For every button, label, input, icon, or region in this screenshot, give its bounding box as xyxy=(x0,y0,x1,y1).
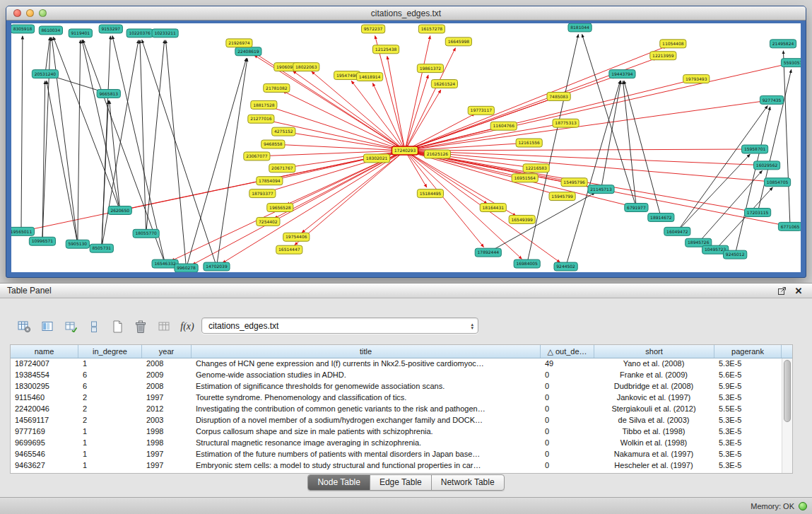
graph-node[interactable]: 19443794 xyxy=(609,70,635,78)
table-row[interactable]: 977716911998Corpus callosum shape and si… xyxy=(11,426,792,438)
graph-node[interactable]: 16029562 xyxy=(754,161,780,170)
graph-node[interactable]: 15184495 xyxy=(417,189,443,198)
graph-node[interactable]: 16157278 xyxy=(418,25,445,33)
table-mode-button[interactable] xyxy=(16,318,33,335)
graph-node[interactable]: 17892444 xyxy=(475,248,501,257)
graph-node[interactable]: 7485083 xyxy=(547,92,570,100)
graph-node[interactable]: 7254402 xyxy=(257,217,280,226)
graph-node[interactable]: 8305918 xyxy=(11,25,35,33)
row-height-button[interactable] xyxy=(86,318,102,335)
table-row[interactable]: 1872400712008Changes of HCN gene express… xyxy=(11,358,792,370)
table-row[interactable]: 1456911722003Disruption of a novel membe… xyxy=(11,415,792,426)
minimize-window-button[interactable] xyxy=(26,9,34,17)
graph-node[interactable]: 5905130 xyxy=(66,240,89,248)
float-panel-button[interactable] xyxy=(775,285,788,296)
graph-node[interactable]: 21145713 xyxy=(588,185,614,194)
window-titlebar[interactable]: citations_edges.txt xyxy=(6,6,806,21)
graph-node[interactable]: 12125438 xyxy=(372,45,399,54)
graph-node[interactable]: 8505731 xyxy=(90,244,113,252)
network-canvas[interactable]: 8305918861003491194019153297102203761023… xyxy=(11,23,801,272)
table-row[interactable]: 946554611997Estimation of the future num… xyxy=(11,449,792,460)
graph-node[interactable]: 15495796 xyxy=(561,178,587,187)
graph-node[interactable]: 10854705 xyxy=(764,178,790,187)
delete-table-button[interactable] xyxy=(132,318,149,335)
graph-node[interactable]: 16049472 xyxy=(664,227,690,235)
graph-node[interactable]: 14618914 xyxy=(357,73,383,81)
graph-node[interactable]: 14702039 xyxy=(204,262,230,271)
column-header-title[interactable]: title xyxy=(192,345,541,358)
graph-node[interactable]: 2620650 xyxy=(108,206,131,215)
create-table-button[interactable] xyxy=(109,318,126,335)
graph-node[interactable]: 18164431 xyxy=(480,204,506,212)
column-header-short[interactable]: short xyxy=(594,345,714,358)
graph-node[interactable]: 18022063 xyxy=(293,63,319,71)
column-header-in_degree[interactable]: in_degree xyxy=(78,345,142,358)
graph-node[interactable]: 9153297 xyxy=(99,25,122,33)
graph-node[interactable]: 16984005 xyxy=(514,259,540,268)
graph-node[interactable]: 18302021 xyxy=(364,154,390,163)
graph-node[interactable]: 19656528 xyxy=(267,204,293,212)
graph-node[interactable]: 5593057 xyxy=(781,59,801,67)
graph-node[interactable]: 11604766 xyxy=(490,122,517,130)
graph-node[interactable]: 18775313 xyxy=(553,119,579,127)
graph-node[interactable]: 19861372 xyxy=(417,64,443,73)
table-row[interactable]: 946362711997Embryonic stem cells: a mode… xyxy=(11,460,792,472)
zoom-window-button[interactable] xyxy=(39,9,47,17)
graph-node[interactable]: 19793493 xyxy=(683,75,710,83)
graph-node[interactable]: 10996571 xyxy=(29,237,55,245)
graph-node[interactable]: 9277435 xyxy=(760,95,783,104)
graph-node[interactable]: 15958701 xyxy=(742,145,768,153)
show-columns-button[interactable] xyxy=(39,318,56,335)
graph-node[interactable]: 20531240 xyxy=(32,70,58,78)
table-row[interactable]: 911546021997Tourette syndrome. Phenomeno… xyxy=(11,392,792,404)
graph-node[interactable]: 9244502 xyxy=(554,262,577,271)
graph-node[interactable]: 21277016 xyxy=(248,115,274,123)
function-builder-button[interactable]: f(x) xyxy=(179,318,196,335)
graph-node[interactable]: 17203115 xyxy=(745,209,771,217)
graph-node[interactable]: 9572237 xyxy=(361,25,384,33)
column-header-out_degree[interactable]: △ out_de… xyxy=(541,345,594,358)
graph-node[interactable]: 9119401 xyxy=(69,29,92,37)
graph-node[interactable]: 10220376 xyxy=(126,29,153,37)
graph-node[interactable]: 9960278 xyxy=(175,264,198,272)
graph-node[interactable]: 8610034 xyxy=(39,26,62,35)
tab-network-table[interactable]: Network Table xyxy=(432,475,504,490)
table-row[interactable]: 969969511998Structural magnetic resonanc… xyxy=(11,438,792,449)
table-row[interactable]: 1938455462009Genome-wide association stu… xyxy=(11,370,792,381)
graph-node[interactable]: 16514447 xyxy=(276,245,302,254)
graph-node[interactable]: 16951564 xyxy=(512,174,538,182)
import-table-button[interactable] xyxy=(155,318,172,335)
graph-node[interactable]: 15945799 xyxy=(549,192,575,201)
table-select-dropdown[interactable]: citations_edges.txt ▴▾ xyxy=(201,317,478,334)
column-header-year[interactable]: year xyxy=(142,345,192,358)
graph-node[interactable]: 19773117 xyxy=(468,106,494,115)
close-window-button[interactable] xyxy=(13,9,21,17)
memory-status-icon[interactable] xyxy=(799,502,807,510)
graph-node[interactable]: 19565011 xyxy=(11,227,35,235)
graph-node[interactable]: 10233211 xyxy=(152,29,178,37)
graph-node[interactable]: 9245012 xyxy=(724,250,747,259)
column-header-name[interactable]: name xyxy=(11,345,78,358)
graph-node[interactable]: 9665813 xyxy=(97,89,120,98)
close-panel-button[interactable]: ✕ xyxy=(792,285,805,296)
graph-node[interactable]: 17240293 xyxy=(392,146,418,155)
graph-node[interactable]: 20671767 xyxy=(269,164,295,173)
graph-node[interactable]: 19754406 xyxy=(283,233,310,241)
graph-node[interactable]: 23067077 xyxy=(244,152,270,160)
graph-node[interactable]: 16261524 xyxy=(431,80,457,88)
column-header-pagerank[interactable]: pagerank xyxy=(714,345,782,358)
graph-node[interactable]: 9468558 xyxy=(261,140,285,148)
graph-node[interactable]: 6791977 xyxy=(625,204,648,212)
graph-node[interactable]: 4275152 xyxy=(272,127,295,136)
graph-node[interactable]: 8181044 xyxy=(568,23,592,32)
graph-node[interactable]: 18793377 xyxy=(249,189,276,198)
graph-node[interactable]: 17854094 xyxy=(257,177,283,185)
graph-node[interactable]: 21781082 xyxy=(264,84,290,93)
graph-node[interactable]: 18055770 xyxy=(133,229,159,238)
graph-node[interactable]: 22408619 xyxy=(235,47,261,56)
graph-node[interactable]: 18817528 xyxy=(251,100,277,109)
new-column-button[interactable] xyxy=(62,318,79,335)
graph-node[interactable]: 12213959 xyxy=(650,52,676,60)
graph-node[interactable]: 6771065 xyxy=(778,222,801,230)
table-row[interactable]: 2242004622012Investigating the contribut… xyxy=(11,404,792,415)
